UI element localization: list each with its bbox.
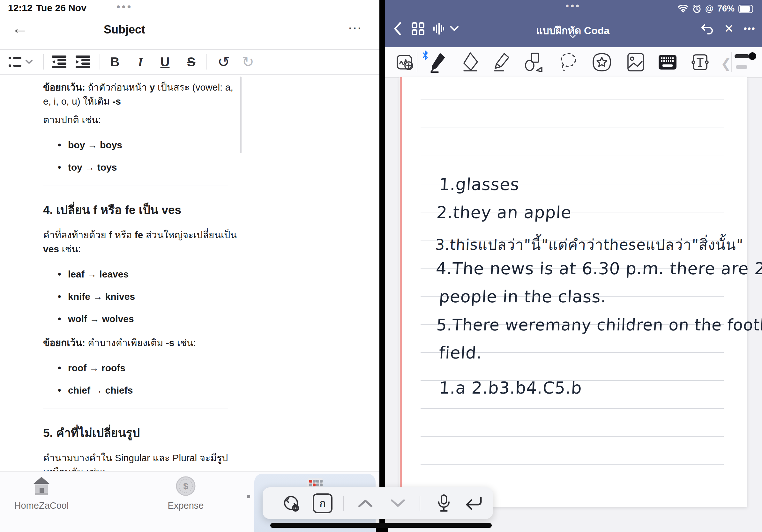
paragraph: คำที่ลงท้ายด้วย f หรือ fe ส่วนใหญ่จะเปลี…	[43, 228, 243, 256]
strikethrough-button[interactable]: S	[184, 50, 198, 74]
pen-toolbar: ❮	[385, 47, 762, 78]
app-label: Expense	[151, 500, 221, 511]
collapse-toolbar-icon[interactable]: ❮	[721, 56, 731, 71]
separator	[100, 54, 100, 70]
rule-line	[420, 100, 724, 100]
list-item: roof → roofs	[43, 363, 243, 373]
bullet-list-icon[interactable]	[8, 50, 23, 74]
clock-date: Tue 26 Nov	[36, 3, 87, 13]
separator	[343, 496, 344, 511]
handwritten-line[interactable]: 4.The news is at 6.30 p.m. there are 20	[435, 259, 762, 278]
window-controls-dots[interactable]: •••	[551, 0, 595, 12]
status-bar-left: 12:12 Tue 26 Nov •••	[0, 0, 379, 14]
back-chevron-icon[interactable]	[388, 15, 407, 42]
undo-icon[interactable]	[698, 15, 717, 42]
redo-icon[interactable]: ↻	[240, 50, 256, 74]
page-title: Subject	[0, 23, 249, 36]
section-divider	[43, 186, 228, 186]
chevron-down-icon[interactable]	[24, 50, 34, 74]
dock-app-expense[interactable]: $Expense	[151, 476, 221, 511]
audio-waveform-icon[interactable]	[429, 15, 447, 42]
section-heading: 4. เปลี่ยน f หรือ fe เป็น ves	[43, 200, 243, 219]
undo-icon[interactable]: ↺	[216, 50, 232, 74]
handwritten-line[interactable]: 1.a 2.b3.b4.C5.b	[438, 378, 582, 397]
goodnotes-app: ••• @ 76% แบบฝึกหัด Coda ✕ •••	[385, 0, 762, 532]
handwritten-line[interactable]: 1.glasses	[438, 175, 519, 194]
handwritten-line[interactable]: 2.they an apple	[436, 203, 572, 222]
pen-tool-icon[interactable]	[426, 47, 449, 77]
page-dot	[247, 495, 250, 498]
rule-line	[420, 436, 724, 437]
goodnotes-nav: แบบฝึกหัด Coda ✕ •••	[385, 15, 762, 47]
handwritten-line[interactable]: 3.thisแปลว่า"นี้"แต่คำว่าtheseแปลว่า"สิ่…	[435, 233, 744, 256]
underline-button[interactable]: U	[158, 50, 172, 74]
italic-button[interactable]: I	[133, 50, 147, 74]
house-icon	[6, 476, 77, 496]
coin-icon: $	[151, 476, 221, 496]
sticker-tool-icon[interactable]	[590, 47, 613, 77]
handwritten-line[interactable]: field.	[438, 343, 483, 362]
shapes-tool-icon[interactable]	[523, 47, 546, 77]
handwritten-line[interactable]: people in the class.	[438, 287, 607, 306]
outdent-icon[interactable]	[51, 50, 67, 74]
format-toolbar: BIUS↺↻	[0, 50, 379, 74]
chevron-down-icon[interactable]	[448, 15, 461, 42]
split-view-divider[interactable]	[379, 0, 385, 532]
clock-time: 12:12	[8, 3, 33, 13]
pen-size-indicator[interactable]	[734, 54, 755, 72]
thai-keyboard-key[interactable]: ก	[310, 487, 336, 519]
close-icon[interactable]: ✕	[719, 15, 738, 42]
list-item: knife → knives	[43, 291, 243, 302]
translate-icon[interactable]	[278, 487, 304, 519]
separator	[419, 496, 420, 511]
goodnotes-topbar: ••• @ 76% แบบฝึกหัด Coda ✕ •••	[385, 0, 762, 47]
separator	[206, 54, 207, 70]
image-tool-icon[interactable]	[624, 47, 647, 77]
chevron-down-icon[interactable]	[385, 487, 411, 519]
highlighter-tool-icon[interactable]	[490, 47, 513, 77]
zoom-window-tool-icon[interactable]	[394, 47, 417, 77]
at-symbol: @	[705, 4, 714, 14]
list-item: leaf → leaves	[43, 269, 243, 280]
home-indicator[interactable]	[270, 523, 492, 528]
alarm-icon	[692, 4, 701, 13]
divider-line	[0, 74, 379, 75]
app-label: HomeZaCool	[6, 500, 77, 511]
ipad-screen: 12:12 Tue 26 Nov ••• ← Subject ⋯ BIUS↺↻ …	[0, 0, 762, 532]
left-app-navbar: ← Subject ⋯	[0, 14, 379, 49]
paragraph: ตามปกติ เช่น:	[43, 113, 243, 127]
list-item: wolf → wolves	[43, 313, 243, 324]
section-divider	[43, 409, 228, 409]
more-icon[interactable]: •••	[738, 15, 761, 42]
separator	[417, 52, 418, 72]
return-key-icon[interactable]	[461, 487, 487, 519]
title-chevron-icon	[509, 34, 637, 39]
bold-button[interactable]: B	[108, 50, 122, 74]
more-menu-icon[interactable]: ⋯	[348, 20, 362, 36]
window-controls-dots[interactable]: •••	[105, 1, 144, 13]
document-content[interactable]: ข้อยกเว้น: ถ้าตัวก่อนหน้า y เป็นสระ (vow…	[43, 80, 243, 532]
eraser-tool-icon[interactable]	[459, 47, 482, 77]
rule-line	[420, 464, 724, 465]
list-item: chief → chiefs	[43, 385, 243, 396]
dock-app-homezacool[interactable]: HomeZaCool	[6, 476, 77, 511]
paragraph: ข้อยกเว้น: คำบางคำเพียงเติม -s เช่น:	[43, 336, 243, 350]
battery-icon	[738, 5, 755, 13]
notebook-page[interactable]: 1.glasses2.they an apple3.thisแปลว่า"นี้…	[400, 77, 747, 507]
scrollbar-thumb[interactable]	[240, 77, 242, 153]
thumbnails-grid-icon[interactable]	[408, 15, 428, 42]
text-tool-icon[interactable]	[689, 47, 712, 77]
section-heading: 5. คำที่ไม่เปลี่ยนรูป	[43, 423, 243, 442]
keyboard-tool-icon[interactable]	[656, 47, 679, 77]
handwritten-line[interactable]: 5.There weremany children on the footbal…	[436, 316, 762, 334]
separator	[43, 54, 44, 70]
lasso-tool-icon[interactable]	[557, 47, 579, 77]
indent-icon[interactable]	[75, 50, 91, 74]
page-margin-line	[400, 77, 402, 507]
wifi-icon	[678, 5, 689, 13]
chevron-up-icon[interactable]	[352, 487, 378, 519]
rule-line	[420, 408, 724, 409]
mic-icon[interactable]	[431, 487, 457, 519]
status-icons: @ 76%	[678, 4, 755, 14]
svg-text:$: $	[183, 481, 188, 491]
